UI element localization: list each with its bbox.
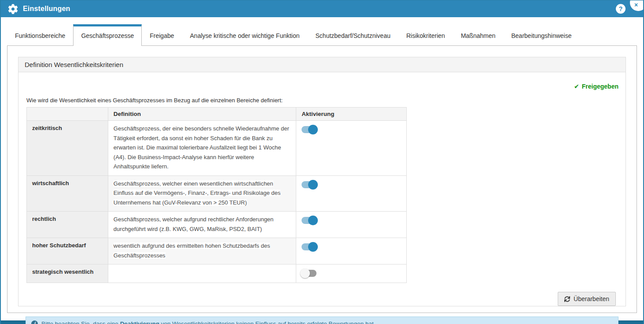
criterion-label: zeitkritisch [27, 121, 108, 176]
help-icon: ? [619, 5, 623, 12]
window-title: Einstellungen [23, 5, 70, 13]
table-row-rechtlich: rechtlich Geschäftsprozess, welcher aufg… [27, 212, 407, 238]
table-row-hoher-schutzbedarf: hoher Schutzbedarf wesentlich aufgrund d… [27, 238, 407, 264]
column-header-criterion [27, 108, 108, 121]
criterion-definition: Geschäftsprozess, der eine besonders sch… [108, 121, 296, 176]
table-row-strategisch-wesentlich: strategisch wesentlich [27, 264, 407, 283]
criteria-table: Definition Aktivierung zeitkritisch Gesc… [26, 107, 407, 283]
criterion-definition [108, 264, 296, 283]
help-button[interactable]: ? [616, 4, 626, 14]
tab-bearbeitungshinweise[interactable]: Bearbeitungshinweise [504, 27, 580, 45]
close-icon: × [634, 2, 638, 8]
activation-toggle-rechtlich[interactable] [302, 217, 316, 224]
criterion-definition: Geschäftsprozess, welcher aufgrund recht… [108, 212, 296, 238]
rework-button-label: Überarbeiten [574, 295, 609, 302]
toggle-cell [296, 238, 407, 264]
criterion-label: hoher Schutzbedarf [27, 238, 108, 264]
tab-massnahmen[interactable]: Maßnahmen [453, 27, 504, 45]
info-banner: i Bitte beachten Sie, dass eine Deaktivi… [26, 317, 618, 324]
title-bar: Einstellungen ? × [1, 0, 643, 17]
info-banner-text: Bitte beachten Sie, dass eine Deaktivier… [41, 320, 375, 324]
tab-funktionsbereiche[interactable]: Funktionsbereiche [7, 27, 73, 45]
settings-window: Einstellungen ? × Funktionsbereiche Gesc… [0, 0, 644, 324]
criterion-label: rechtlich [27, 212, 108, 238]
tab-freigabe[interactable]: Freigabe [142, 27, 182, 45]
criterion-label: strategisch wesentlich [27, 264, 108, 283]
criterion-label: wirtschaftlich [27, 175, 108, 212]
column-header-definition: Definition [108, 108, 296, 121]
gear-icon [8, 4, 18, 14]
tab-risikokriterien[interactable]: Risikokriterien [398, 27, 453, 45]
tab-schutzbedarf-schutzniveau[interactable]: Schutzbedarf/Schutzniveau [308, 27, 398, 45]
activation-toggle-hoher-schutzbedarf[interactable] [302, 243, 316, 250]
toggle-cell [296, 121, 407, 176]
info-icon: i [31, 320, 38, 324]
criterion-definition: Geschäftsprozess, welcher einen wesentli… [108, 175, 296, 212]
close-button[interactable]: × [630, 0, 644, 11]
check-icon: ✔ [574, 83, 579, 90]
activation-toggle-strategisch-wesentlich[interactable] [302, 270, 316, 277]
refresh-icon [564, 296, 570, 302]
table-row-zeitkritisch: zeitkritisch Geschäftsprozess, der eine … [27, 121, 407, 176]
toggle-cell [296, 175, 407, 212]
tab-content: Definition Wesentlichkeitskriterien ✔Fre… [7, 45, 637, 313]
activation-toggle-wirtschaftlich[interactable] [302, 181, 316, 188]
info-banner-bold: Deaktivierung [120, 320, 159, 324]
tab-analyse-kritische-funktion[interactable]: Analyse kritische oder wichtige Funktion [182, 27, 308, 45]
panel-body: ✔Freigegeben Wie wird die Wesentlichkeit… [18, 72, 626, 324]
release-status: ✔Freigegeben [26, 83, 618, 90]
toggle-cell [296, 264, 407, 283]
tab-bar: Funktionsbereiche Geschäftsprozesse Frei… [1, 24, 643, 45]
toggle-cell [296, 212, 407, 238]
table-header-row: Definition Aktivierung [27, 108, 407, 121]
status-label: Freigegeben [582, 83, 618, 90]
rework-button[interactable]: Überarbeiten [558, 292, 616, 306]
activation-toggle-zeitkritisch[interactable] [302, 126, 316, 133]
criteria-panel: Definition Wesentlichkeitskriterien ✔Fre… [18, 57, 626, 306]
actions-row: Überarbeiten [26, 292, 616, 306]
tab-geschaeftsprozesse[interactable]: Geschäftsprozesse [73, 24, 142, 46]
panel-title: Definition Wesentlichkeitskriterien [18, 57, 626, 72]
column-header-activation: Aktivierung [296, 108, 407, 121]
criterion-definition: wesentlich aufgrund des ermittelten hohe… [108, 238, 296, 264]
table-row-wirtschaftlich: wirtschaftlich Geschäftsprozess, welcher… [27, 175, 407, 212]
intro-text: Wie wird die Wesentlichkeit eines Geschä… [26, 97, 618, 104]
